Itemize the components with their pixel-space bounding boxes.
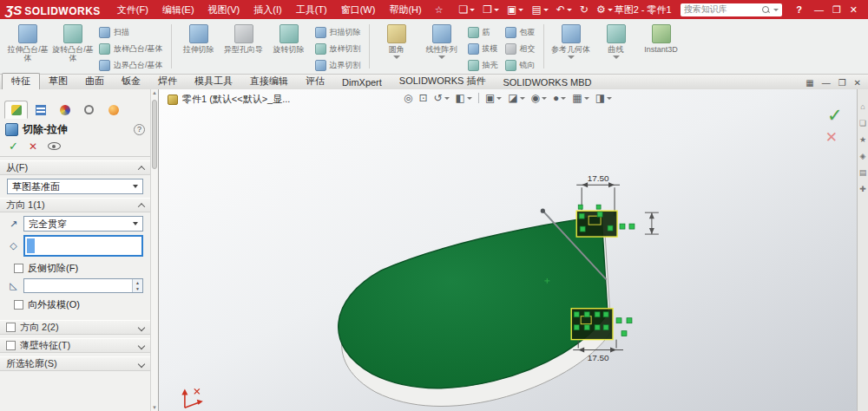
lofted-cut-button[interactable]: 放样切割	[312, 41, 365, 57]
custom-properties-icon[interactable]: ✚	[859, 186, 866, 193]
revolved-cut-button[interactable]: 旋转切除	[266, 22, 312, 54]
panel-scrollbar[interactable]: ▲ ▼	[150, 89, 158, 411]
mirror-button[interactable]: 镜向	[502, 57, 539, 74]
linear-pattern-button[interactable]: 线性阵列	[419, 22, 464, 59]
tab-dimxpert[interactable]: DimXpert	[333, 76, 391, 89]
tab-display-manager[interactable]	[53, 101, 76, 119]
doc-minimize-button[interactable]: —	[822, 78, 831, 88]
save-button[interactable]: ▣	[507, 3, 523, 16]
section-thin-feature-header[interactable]: 薄壁特征(T)	[0, 338, 150, 353]
curves-button[interactable]: 曲线	[594, 22, 639, 59]
restore-button[interactable]: ❐	[832, 4, 841, 16]
dimension-top[interactable]: 17.50	[576, 173, 620, 216]
new-document-button[interactable]: ❏	[459, 3, 476, 16]
instant3d-button[interactable]: Instant3D	[639, 22, 684, 54]
draft-outward-checkbox[interactable]	[14, 300, 23, 310]
options-button[interactable]: ⚙	[596, 3, 613, 16]
search-icon[interactable]	[762, 6, 770, 14]
tab-direct-editing[interactable]: 直接编辑	[241, 74, 297, 89]
tab-features[interactable]: 特征	[2, 73, 40, 89]
swept-boss-button[interactable]: 扫描	[95, 24, 167, 41]
tab-property-manager[interactable]	[4, 101, 28, 119]
tab-mold-tools[interactable]: 模具工具	[186, 74, 241, 89]
swept-cut-button[interactable]: 扫描切除	[312, 24, 365, 41]
tab-configuration-manager[interactable]	[102, 101, 125, 119]
knowledge-search-input[interactable]: 搜索知识库	[681, 3, 783, 16]
menu-file[interactable]: 文件(F)	[111, 0, 155, 19]
open-button[interactable]: ❒	[483, 3, 499, 16]
design-library-icon[interactable]: ◈	[860, 153, 866, 160]
hide-show-items-button[interactable]: ◉	[531, 92, 547, 104]
section-direction1-header[interactable]: 方向 1(1)	[0, 198, 150, 212]
intersect-button[interactable]: 相交	[502, 41, 539, 57]
section-selected-contours-header[interactable]: 所选轮廓(S)	[0, 356, 150, 371]
extruded-cut-button[interactable]: 拉伸切除	[176, 22, 221, 54]
doc-restore-button[interactable]: ❐	[838, 78, 846, 88]
scroll-up-icon[interactable]: ▲	[151, 90, 158, 95]
reverse-direction-icon[interactable]: ↗	[7, 219, 20, 230]
scene-button[interactable]: ▦	[572, 92, 589, 104]
section-from-header[interactable]: 从(F)	[0, 160, 150, 175]
menu-view[interactable]: 视图(V)	[202, 0, 247, 19]
section-direction2-header[interactable]: 方向 2(2)	[0, 320, 150, 335]
tab-dimxpert-manager[interactable]	[77, 101, 101, 119]
display-style-button[interactable]: ◪	[508, 92, 524, 104]
tab-evaluate[interactable]: 评估	[297, 74, 333, 89]
boundary-cut-button[interactable]: 边界切割	[312, 57, 365, 74]
undo-button[interactable]: ↶	[556, 3, 572, 16]
direction-reference-input[interactable]	[23, 235, 143, 257]
lofted-boss-button[interactable]: 放样凸台/基体	[95, 41, 167, 57]
tab-surfaces[interactable]: 曲面	[76, 74, 113, 89]
menu-pin-icon[interactable]: ☆	[435, 4, 444, 16]
view-orientation-button[interactable]: ▣	[485, 92, 502, 104]
menu-window[interactable]: 窗口(W)	[335, 0, 382, 19]
spin-down-icon[interactable]: ▼	[133, 286, 142, 293]
boundary-boss-button[interactable]: 边界凸台/基体	[95, 57, 167, 74]
confirm-ok-button[interactable]: ✓	[827, 105, 843, 126]
view-palette-icon[interactable]: ▤	[859, 169, 867, 177]
zoom-area-button[interactable]: ⊡	[418, 92, 427, 104]
previous-view-button[interactable]: ↺	[434, 92, 450, 104]
spin-up-icon[interactable]: ▲	[133, 279, 142, 286]
resources-icon[interactable]: ★	[859, 136, 866, 144]
extruded-boss-button[interactable]: 拉伸凸台/基体	[5, 22, 50, 62]
hole-wizard-button[interactable]: 异型孔向导	[221, 22, 266, 54]
panes-icon[interactable]: ▦	[806, 78, 813, 88]
reference-geometry-button[interactable]: 参考几何体	[549, 22, 594, 59]
revolved-boss-button[interactable]: 旋转凸台/基体	[50, 22, 95, 62]
direction2-checkbox[interactable]	[6, 323, 16, 332]
end-condition-dropdown[interactable]: 完全贯穿	[23, 216, 143, 232]
ok-button[interactable]: ✓	[9, 140, 18, 153]
edge-select-icon[interactable]: ◇	[7, 240, 20, 251]
file-explorer-icon[interactable]: ❏	[859, 120, 866, 127]
rib-button[interactable]: 筋	[464, 24, 502, 41]
dimension-right[interactable]	[645, 212, 659, 234]
scrollbar-thumb[interactable]	[152, 100, 157, 169]
from-dropdown[interactable]: 草图基准面	[7, 179, 143, 194]
scroll-down-icon[interactable]: ▼	[151, 405, 158, 410]
menu-tools[interactable]: 工具(T)	[290, 0, 333, 19]
close-button[interactable]: ✕	[850, 4, 858, 16]
search-caret-icon[interactable]	[773, 9, 779, 11]
cut-preview-bottom[interactable]	[571, 309, 632, 340]
cut-preview-top[interactable]	[576, 205, 635, 237]
model-view[interactable]: 17.50 17.50	[159, 89, 857, 411]
graphics-viewport[interactable]: 17.50 17.50	[159, 89, 857, 411]
home-icon[interactable]: ⌂	[860, 103, 865, 111]
tab-solidworks-addins[interactable]: SOLIDWORKS 插件	[391, 74, 495, 89]
menu-insert[interactable]: 插入(I)	[247, 0, 287, 19]
doc-close-button[interactable]: ✕	[854, 78, 861, 88]
section-view-button[interactable]: ◧	[456, 92, 472, 104]
tab-weldments[interactable]: 焊件	[149, 74, 186, 89]
spinner[interactable]: ▲ ▼	[132, 279, 142, 292]
thin-feature-checkbox[interactable]	[6, 341, 16, 350]
rebuild-button[interactable]: ↻	[580, 3, 589, 16]
appearance-button[interactable]: ●	[553, 92, 566, 104]
camera-button[interactable]: ◨	[595, 92, 612, 104]
draft-button[interactable]: 拔模	[464, 41, 502, 57]
help-button[interactable]: ?	[791, 4, 807, 15]
tab-solidworks-mbd[interactable]: SOLIDWORKS MBD	[494, 76, 600, 89]
cancel-button[interactable]: ✕	[29, 140, 37, 153]
minimize-button[interactable]: —	[814, 4, 824, 16]
flip-side-checkbox[interactable]	[14, 264, 23, 273]
